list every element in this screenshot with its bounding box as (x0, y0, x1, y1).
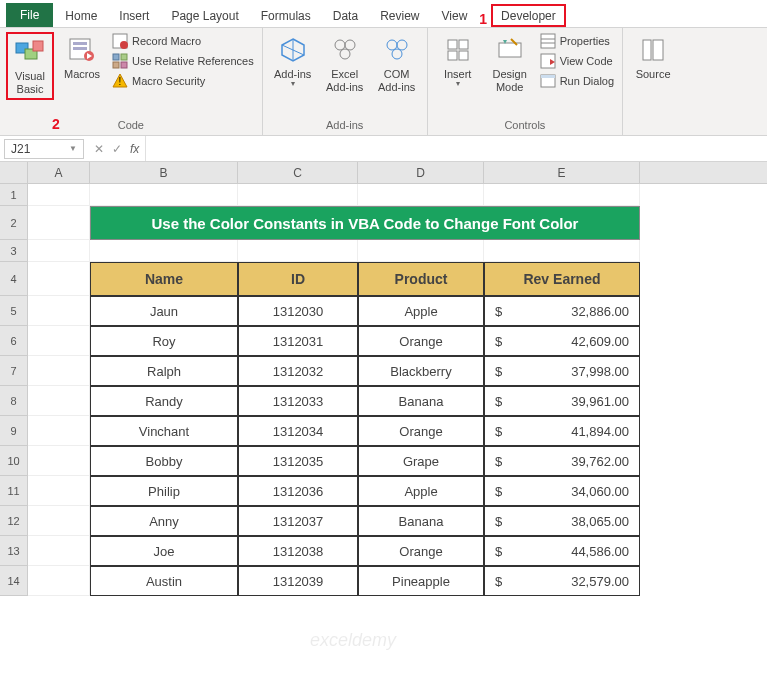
row-header[interactable]: 14 (0, 566, 28, 596)
td-id[interactable]: 1312036 (238, 476, 358, 506)
fx-icon[interactable]: fx (130, 142, 139, 156)
td-name[interactable]: Bobby (90, 446, 238, 476)
formula-input[interactable] (146, 147, 767, 151)
cell[interactable] (28, 184, 90, 206)
macros-button[interactable]: Macros (58, 32, 106, 83)
td-product[interactable]: Blackberry (358, 356, 484, 386)
td-name[interactable]: Ralph (90, 356, 238, 386)
td-product[interactable]: Apple (358, 476, 484, 506)
name-box[interactable]: J21 ▼ (4, 139, 84, 159)
td-rev[interactable]: $39,762.00 (484, 446, 640, 476)
col-header-b[interactable]: B (90, 162, 238, 183)
cell[interactable] (28, 446, 90, 476)
td-product[interactable]: Pineapple (358, 566, 484, 596)
cell[interactable] (28, 566, 90, 596)
td-id[interactable]: 1312035 (238, 446, 358, 476)
cell[interactable] (28, 536, 90, 566)
td-id[interactable]: 1312037 (238, 506, 358, 536)
td-id[interactable]: 1312030 (238, 296, 358, 326)
cell[interactable] (358, 184, 484, 206)
td-id[interactable]: 1312033 (238, 386, 358, 416)
record-macro-button[interactable]: Record Macro (110, 32, 256, 50)
cell[interactable] (28, 476, 90, 506)
td-product[interactable]: Apple (358, 296, 484, 326)
td-rev[interactable]: $38,065.00 (484, 506, 640, 536)
cell[interactable] (28, 506, 90, 536)
td-product[interactable]: Orange (358, 536, 484, 566)
td-product[interactable]: Banana (358, 386, 484, 416)
view-code-button[interactable]: View Code (538, 52, 616, 70)
td-product[interactable]: Orange (358, 326, 484, 356)
td-name[interactable]: Philip (90, 476, 238, 506)
macro-security-button[interactable]: ! Macro Security (110, 72, 256, 90)
cell[interactable] (484, 184, 640, 206)
col-header-e[interactable]: E (484, 162, 640, 183)
td-name[interactable]: Randy (90, 386, 238, 416)
td-name[interactable]: Anny (90, 506, 238, 536)
row-header[interactable]: 8 (0, 386, 28, 416)
td-rev[interactable]: $44,586.00 (484, 536, 640, 566)
tab-review[interactable]: Review (370, 4, 429, 27)
td-rev[interactable]: $41,894.00 (484, 416, 640, 446)
cell[interactable] (358, 240, 484, 262)
cell[interactable] (90, 240, 238, 262)
cell[interactable] (28, 356, 90, 386)
use-relative-button[interactable]: Use Relative References (110, 52, 256, 70)
properties-button[interactable]: Properties (538, 32, 616, 50)
tab-developer[interactable]: Developer (491, 4, 566, 27)
title-banner[interactable]: Use the Color Constants in VBA Code to C… (90, 206, 640, 240)
cell[interactable] (90, 184, 238, 206)
row-header[interactable]: 6 (0, 326, 28, 356)
excel-addins-button[interactable]: Excel Add-ins (321, 32, 369, 96)
row-header[interactable]: 3 (0, 240, 28, 262)
td-name[interactable]: Austin (90, 566, 238, 596)
row-header[interactable]: 11 (0, 476, 28, 506)
tab-view[interactable]: View (432, 4, 478, 27)
tab-home[interactable]: Home (55, 4, 107, 27)
tab-file[interactable]: File (6, 3, 53, 27)
row-header[interactable]: 7 (0, 356, 28, 386)
td-rev[interactable]: $39,961.00 (484, 386, 640, 416)
cell[interactable] (28, 386, 90, 416)
cell[interactable] (28, 416, 90, 446)
td-rev[interactable]: $32,886.00 (484, 296, 640, 326)
tab-data[interactable]: Data (323, 4, 368, 27)
td-product[interactable]: Orange (358, 416, 484, 446)
cancel-icon[interactable]: ✕ (94, 142, 104, 156)
row-header[interactable]: 4 (0, 262, 28, 296)
col-header-a[interactable]: A (28, 162, 90, 183)
cell[interactable] (28, 262, 90, 296)
td-rev[interactable]: $37,998.00 (484, 356, 640, 386)
row-header[interactable]: 2 (0, 206, 28, 240)
col-header-c[interactable]: C (238, 162, 358, 183)
enter-icon[interactable]: ✓ (112, 142, 122, 156)
th-id[interactable]: ID (238, 262, 358, 296)
td-name[interactable]: Jaun (90, 296, 238, 326)
td-product[interactable]: Grape (358, 446, 484, 476)
cell[interactable] (238, 240, 358, 262)
td-id[interactable]: 1312031 (238, 326, 358, 356)
run-dialog-button[interactable]: Run Dialog (538, 72, 616, 90)
td-id[interactable]: 1312034 (238, 416, 358, 446)
td-id[interactable]: 1312032 (238, 356, 358, 386)
row-header[interactable]: 5 (0, 296, 28, 326)
cell[interactable] (28, 206, 90, 240)
row-header[interactable]: 1 (0, 184, 28, 206)
row-header[interactable]: 12 (0, 506, 28, 536)
th-rev[interactable]: Rev Earned (484, 262, 640, 296)
td-rev[interactable]: $42,609.00 (484, 326, 640, 356)
row-header[interactable]: 13 (0, 536, 28, 566)
cell[interactable] (28, 326, 90, 356)
td-rev[interactable]: $32,579.00 (484, 566, 640, 596)
td-name[interactable]: Vinchant (90, 416, 238, 446)
td-name[interactable]: Roy (90, 326, 238, 356)
td-id[interactable]: 1312038 (238, 536, 358, 566)
tab-page-layout[interactable]: Page Layout (161, 4, 248, 27)
col-header-d[interactable]: D (358, 162, 484, 183)
cell[interactable] (238, 184, 358, 206)
cell[interactable] (28, 296, 90, 326)
td-name[interactable]: Joe (90, 536, 238, 566)
tab-insert[interactable]: Insert (109, 4, 159, 27)
com-addins-button[interactable]: COM Add-ins (373, 32, 421, 96)
select-all-corner[interactable] (0, 162, 28, 183)
